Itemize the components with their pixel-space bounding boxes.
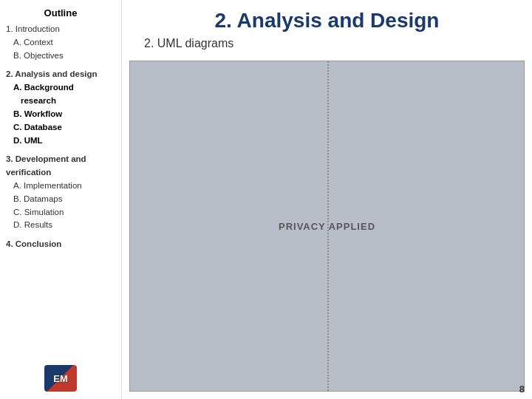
sidebar-item-datamaps: B. Datamaps [6, 193, 115, 206]
page-number: 8 [519, 383, 525, 395]
sidebar-item-uml: D. UML [6, 134, 115, 148]
sidebar-item-research: research [6, 95, 115, 108]
sidebar-item-simulation: C. Simulation [6, 206, 115, 219]
main-subtitle: 2. UML diagrams [137, 37, 517, 50]
dotted-divider [327, 61, 329, 391]
sidebar-title: Outline [6, 7, 115, 18]
logo-area: EM [6, 358, 115, 392]
logo: EM [44, 365, 77, 392]
main-title: 2. Analysis and Design [137, 9, 517, 33]
sidebar-item-analysis: 2. Analysis and design [6, 68, 115, 81]
sidebar-item-dev: 3. Development and verification [6, 153, 115, 180]
logo-text: EM [53, 373, 68, 384]
sidebar-item-context: A. Context [6, 36, 115, 50]
sidebar-item-objectives: B. Objectives [6, 50, 115, 63]
sidebar-item-workflow: B. Workflow [6, 108, 115, 121]
content-area: PRIVACY APPLIED [129, 61, 525, 392]
sidebar-item-results: D. Results [6, 219, 115, 232]
sidebar-item-impl: A. Implementation [6, 180, 115, 193]
sidebar: Outline 1. Introduction A. Context B. Ob… [0, 0, 122, 399]
main-content: 2. Analysis and Design 2. UML diagrams P… [122, 0, 532, 399]
main-header: 2. Analysis and Design 2. UML diagrams [122, 0, 532, 56]
sidebar-item-conclusion: 4. Conclusion [6, 238, 115, 251]
sidebar-item-database: C. Database [6, 121, 115, 134]
sidebar-item-background: A. Background [6, 81, 115, 95]
sidebar-item-intro: 1. Introduction [6, 23, 115, 36]
